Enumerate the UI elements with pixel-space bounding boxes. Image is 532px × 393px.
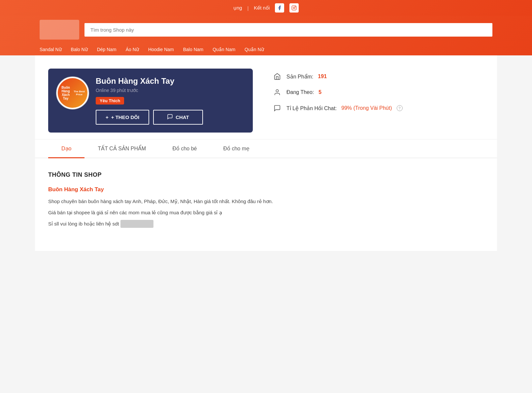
chat-rate-icon [273, 104, 282, 113]
nav-sandal-nu[interactable]: Sandal Nữ [40, 47, 62, 52]
shop-info-section: THÔNG TIN SHOP Buôn Hàng Xách Tay Shop c… [48, 158, 484, 244]
shop-info-name: Buôn Hàng Xách Tay [48, 186, 484, 193]
tab-dao[interactable]: Dạo [48, 139, 84, 158]
shop-online-status: Online 39 phút trước [96, 88, 245, 93]
instagram-icon[interactable] [289, 3, 299, 13]
shop-tabs: Dạo TẤT CẢ SẢN PHẨM Đồ cho bé Đồ cho mẹ [35, 139, 497, 158]
follow-button[interactable]: + + THEO DÕI [96, 110, 149, 125]
svg-point-1 [293, 7, 295, 9]
followers-label: Đang Theo: [286, 89, 314, 95]
nav-hoodie-nam[interactable]: Hoodie Nam [148, 47, 174, 52]
facebook-icon[interactable] [275, 3, 284, 13]
stat-chat-rate: Tỉ Lệ Phản Hồi Chat: 99% (Trong Vài Phút… [273, 104, 484, 113]
header-app-text: ụng [233, 5, 242, 11]
shop-card: Buôn HàngXách TayThe Best Price Buôn Hàn… [48, 69, 253, 133]
chat-icon [167, 114, 173, 121]
search-input[interactable] [84, 23, 492, 37]
shop-logo [40, 20, 79, 40]
tab-do-cho-be[interactable]: Đồ cho bé [159, 139, 210, 158]
follow-label: + THEO DÕI [111, 114, 139, 120]
section-title: THÔNG TIN SHOP [48, 171, 484, 178]
chat-rate-help-icon[interactable]: ? [397, 105, 403, 111]
chat-button[interactable]: CHAT [153, 110, 203, 125]
desc-line-1: Shop chuyên bán buôn hàng xách tay Anh, … [48, 197, 484, 205]
nav-quan-nu[interactable]: Quần Nữ [245, 47, 264, 52]
nav-links: Sandal Nữ Balo Nữ Dép Nam Áo Nữ Hoodie N… [40, 44, 492, 55]
desc-line-3-text: Sỉ sll vui lòng ib hoặc liên hệ sdt [48, 221, 119, 227]
svg-point-3 [276, 90, 278, 92]
desc-line-3: Sỉ sll vui lòng ib hoặc liên hệ sdt [48, 220, 484, 228]
yeu-thich-badge: Yêu Thích [96, 97, 124, 105]
followers-icon [273, 88, 282, 97]
chat-rate-value: 99% (Trong Vài Phút) [341, 105, 392, 111]
chat-label: CHAT [176, 114, 189, 120]
shop-stats: Sản Phẩm: 191 Đang Theo: 5 Tỉ Lệ Phản Hồ… [273, 69, 484, 113]
stat-products: Sản Phẩm: 191 [273, 72, 484, 81]
shop-profile: Buôn HàngXách TayThe Best Price Buôn Hàn… [48, 62, 484, 139]
header-separator: | [247, 5, 249, 11]
shop-name: Buôn Hàng Xách Tay [96, 76, 245, 86]
svg-point-2 [295, 7, 295, 7]
followers-value: 5 [318, 89, 321, 95]
nav-ao-nu[interactable]: Áo Nữ [126, 47, 139, 52]
plus-icon: + [106, 114, 109, 120]
shop-actions: + + THEO DÕI CHAT [96, 110, 245, 125]
tab-all-products[interactable]: TẤT CẢ SẢN PHẨM [84, 139, 159, 158]
search-wrapper [84, 23, 492, 37]
tab-do-cho-me[interactable]: Đồ cho mẹ [210, 139, 263, 158]
avatar-inner: Buôn HàngXách TayThe Best Price [58, 78, 87, 108]
chat-rate-label: Tỉ Lệ Phản Hồi Chat: [286, 105, 337, 111]
connect-label: Kết nối [254, 5, 270, 11]
nav-balo-nam[interactable]: Balo Nam [183, 47, 203, 52]
top-header: ụng | Kết nối [0, 0, 532, 16]
stat-followers: Đang Theo: 5 [273, 88, 484, 97]
blurred-phone [120, 220, 153, 228]
nav-quan-nam[interactable]: Quần Nam [213, 47, 235, 52]
desc-line-2: Giá bán tại shopee là giá sỉ nên các mom… [48, 209, 484, 217]
store-icon [273, 72, 282, 81]
products-value: 191 [318, 74, 327, 79]
avatar: Buôn HàngXách TayThe Best Price [56, 76, 89, 109]
products-label: Sản Phẩm: [286, 74, 313, 80]
nav-dep-nam[interactable]: Dép Nam [97, 47, 116, 52]
nav-balo-nu[interactable]: Balo Nữ [71, 47, 88, 52]
shop-info: Buôn Hàng Xách Tay Online 39 phút trước … [96, 76, 245, 125]
search-header: Sandal Nữ Balo Nữ Dép Nam Áo Nữ Hoodie N… [0, 16, 532, 55]
svg-rect-0 [292, 6, 296, 10]
main-content: Buôn HàngXách TayThe Best Price Buôn Hàn… [35, 55, 497, 251]
